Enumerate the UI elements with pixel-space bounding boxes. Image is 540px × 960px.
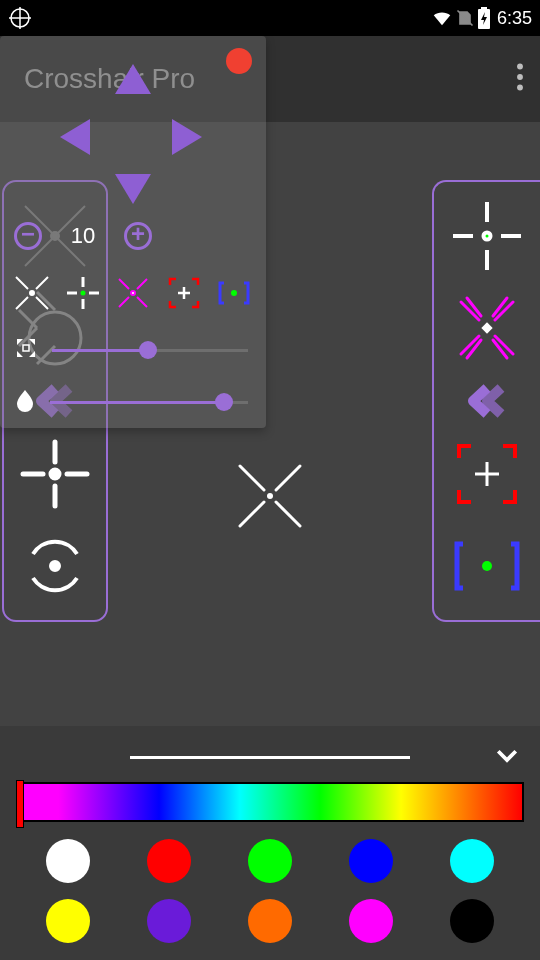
svg-point-62	[231, 290, 237, 296]
swatch-blue[interactable]	[349, 839, 393, 883]
svg-point-32	[484, 233, 491, 240]
spectrum-handle[interactable]	[16, 780, 24, 828]
svg-point-26	[51, 470, 59, 478]
scale-icon	[14, 336, 38, 364]
svg-line-48	[36, 297, 48, 309]
preset-corners-red[interactable]	[162, 271, 206, 315]
swatch-red[interactable]	[147, 839, 191, 883]
crosshair-style-arcdot[interactable]	[15, 526, 95, 606]
svg-line-58	[137, 297, 147, 307]
svg-rect-41	[481, 322, 492, 333]
dpad-up[interactable]	[115, 64, 151, 94]
no-sim-icon	[455, 7, 475, 29]
opacity-slider[interactable]	[50, 401, 248, 404]
svg-point-8	[517, 85, 523, 91]
svg-line-56	[137, 279, 147, 289]
color-spectrum[interactable]	[16, 782, 524, 822]
preset-plus-green[interactable]	[61, 271, 105, 315]
status-bar: 6:35	[0, 0, 540, 36]
crosshair-style-redcorners[interactable]	[447, 434, 527, 514]
size-decrease-button[interactable]: −	[14, 222, 42, 250]
size-increase-button[interactable]: +	[124, 222, 152, 250]
sheet-handle[interactable]	[130, 756, 410, 759]
svg-line-9	[240, 466, 264, 490]
svg-point-13	[267, 493, 273, 499]
swatch-white[interactable]	[46, 839, 90, 883]
svg-line-12	[276, 502, 300, 526]
svg-line-55	[119, 279, 129, 289]
crosshair-style-gapcross[interactable]	[447, 196, 527, 276]
crosshair-style-bluebracket[interactable]	[447, 526, 527, 606]
size-value: 10	[64, 223, 102, 249]
svg-line-45	[16, 277, 28, 289]
preset-bracket-blue[interactable]	[212, 271, 256, 315]
battery-charging-icon	[477, 7, 491, 29]
collapse-icon[interactable]	[492, 740, 522, 774]
preset-x-magenta[interactable]	[111, 271, 155, 315]
svg-point-59	[131, 291, 135, 295]
dpad-right[interactable]	[172, 119, 202, 155]
selected-crosshair	[230, 456, 310, 540]
svg-point-54	[80, 291, 85, 296]
crosshair-style-magentastar[interactable]	[447, 288, 527, 368]
opacity-icon	[14, 388, 36, 416]
svg-rect-63	[23, 345, 29, 351]
crosshair-app-icon	[8, 6, 32, 30]
svg-line-11	[240, 502, 264, 526]
color-swatch-grid	[22, 832, 518, 950]
svg-rect-5	[481, 7, 487, 9]
more-vert-icon[interactable]	[516, 63, 524, 95]
record-indicator[interactable]	[226, 48, 252, 74]
swatch-black[interactable]	[450, 899, 494, 943]
dpad	[60, 64, 200, 204]
svg-line-46	[36, 277, 48, 289]
svg-point-49	[30, 291, 34, 295]
swatch-purple[interactable]	[147, 899, 191, 943]
svg-point-6	[517, 64, 523, 70]
position-control-panel[interactable]: − 10 +	[0, 36, 266, 428]
svg-line-10	[276, 466, 300, 490]
preset-row	[10, 268, 256, 318]
crosshair-style-plus[interactable]	[15, 434, 95, 514]
svg-point-44	[482, 561, 492, 571]
svg-point-27	[51, 562, 59, 570]
scale-slider[interactable]	[52, 349, 248, 352]
swatch-yellow[interactable]	[46, 899, 90, 943]
wifi-icon	[431, 7, 453, 29]
swatch-magenta[interactable]	[349, 899, 393, 943]
svg-line-57	[119, 297, 129, 307]
dpad-down[interactable]	[115, 174, 151, 204]
svg-point-7	[517, 74, 523, 80]
status-time: 6:35	[497, 8, 532, 29]
panel-next-icon[interactable]	[466, 380, 508, 422]
preset-x-white[interactable]	[10, 271, 54, 315]
swatch-green[interactable]	[248, 839, 292, 883]
svg-line-47	[16, 297, 28, 309]
crosshair-panel-right	[432, 180, 540, 622]
swatch-orange[interactable]	[248, 899, 292, 943]
swatch-cyan[interactable]	[450, 839, 494, 883]
dpad-left[interactable]	[60, 119, 90, 155]
color-bottom-sheet	[0, 726, 540, 960]
